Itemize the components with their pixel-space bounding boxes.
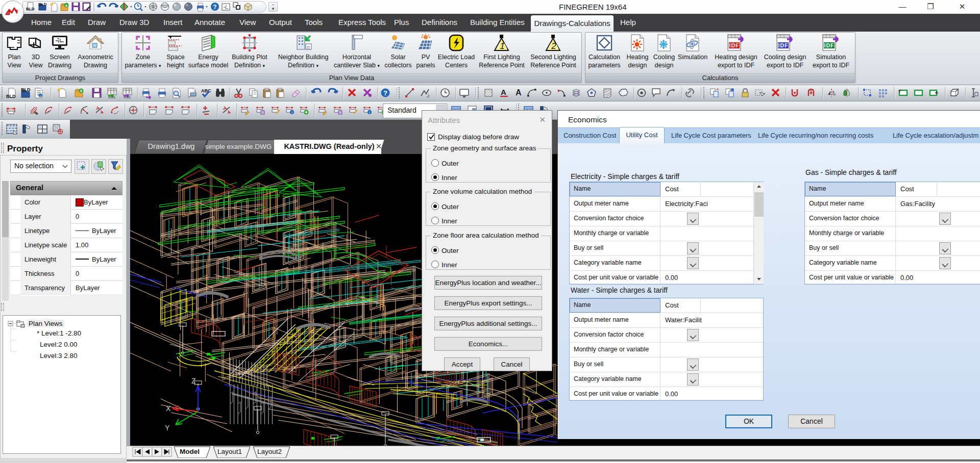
svg-text:BLD: BLD [6, 94, 16, 99]
svg-text:A: A [516, 88, 522, 97]
svg-text:Z: Z [191, 377, 196, 385]
svg-text:ABC: ABC [201, 88, 211, 93]
svg-text:?: ? [213, 4, 216, 11]
svg-text:ACIS: ACIS [108, 96, 115, 99]
svg-text:A: A [501, 88, 506, 96]
svg-text:1: 1 [500, 41, 504, 51]
svg-text:Y: Y [165, 424, 170, 432]
svg-text:BLD: BLD [21, 87, 31, 92]
svg-text:IDF: IDF [778, 42, 789, 48]
svg-text:i: i [40, 94, 40, 97]
svg-text:?: ? [383, 89, 387, 97]
svg-text:2: 2 [551, 41, 556, 51]
svg-text:X: X [166, 404, 171, 413]
svg-text:IDF: IDF [729, 42, 740, 48]
svg-text:IDF: IDF [824, 42, 835, 48]
svg-text:ACIS: ACIS [124, 96, 131, 99]
svg-text:BLD: BLD [26, 7, 35, 11]
svg-text:BLD: BLD [38, 2, 47, 7]
